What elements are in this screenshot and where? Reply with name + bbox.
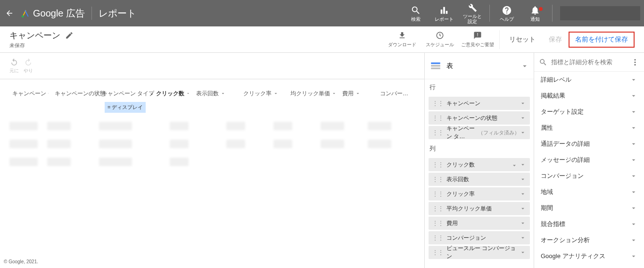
column-chip[interactable]: ⋮⋮表示回数 [429,173,530,186]
tools-button[interactable]: ツールと 設定 [458,2,487,24]
chevron-down-icon [630,252,637,260]
notification-badge [538,6,544,12]
dropdown-icon [273,91,279,96]
category-item[interactable]: 期間 [534,200,644,216]
svg-point-6 [635,61,636,63]
config-panel: 表 行 ⋮⋮キャンペーン⋮⋮キャンペーンの状態⋮⋮キャンペーン タ…（フィルタ済… [424,53,534,268]
category-item[interactable]: 掲載結果 [534,88,644,104]
column-filter-chip[interactable]: = ディスプレイ [105,102,146,113]
schedule-button[interactable]: スケジュール [421,31,459,48]
column-chip[interactable]: ⋮⋮費用 [429,217,530,230]
drag-grip-icon: ⋮⋮ [432,161,444,168]
svg-point-0 [22,15,24,17]
dropdown-icon [520,220,526,226]
category-item[interactable]: 属性 [534,120,644,136]
help-icon [502,5,512,16]
arrow-left-icon [5,9,14,17]
clock-icon [436,31,444,40]
category-item[interactable]: メッセージの詳細 [534,152,644,168]
brand-text: Google 広告 [33,7,85,20]
drag-grip-icon: ⋮⋮ [432,115,444,121]
separator [91,7,92,20]
drag-grip-icon: ⋮⋮ [432,191,444,197]
account-block[interactable] [560,6,640,20]
rows-section-label: 行 [425,79,534,95]
wrench-icon [467,2,478,13]
drag-grip-icon: ⋮⋮ [432,205,444,212]
row-chip[interactable]: ⋮⋮キャンペーンの状態 [429,111,530,125]
column-chip[interactable]: ⋮⋮クリック率 [429,187,530,201]
category-item[interactable]: Google アナリティクス [534,248,644,264]
dropdown-icon [520,100,526,107]
feedback-button[interactable]: ご意見やご要望 [459,31,496,48]
category-item[interactable]: 地域 [534,184,644,200]
search-icon [539,58,547,67]
sort-down-icon [511,161,518,168]
dropdown-icon [48,91,49,96]
column-header[interactable]: クリック数 [146,90,193,98]
page-title: キャンペーン [9,30,60,41]
reset-button[interactable]: リセット [503,35,542,44]
bar-chart-icon [439,5,449,16]
reports-nav-button[interactable]: レポート [430,5,458,22]
dropdown-icon [520,249,526,256]
column-chip[interactable]: ⋮⋮クリック数 [429,158,530,171]
save-as-button[interactable]: 名前を付けて保存 [569,32,635,48]
drag-grip-icon: ⋮⋮ [432,234,444,241]
column-header[interactable]: 費用 [339,90,377,98]
help-button[interactable]: ヘルプ [493,5,521,22]
undo-button[interactable]: 元に [9,58,19,74]
column-header[interactable]: キャンペーン [9,90,52,98]
sort-down-icon [149,90,155,97]
column-header[interactable]: 表示回数 [193,90,240,98]
visualization-selector[interactable]: 表 [425,53,534,79]
category-item[interactable]: ホテル [534,264,644,268]
column-header[interactable]: キャンペーン タイプ [99,90,146,98]
download-icon [398,31,406,40]
dropdown-icon [520,234,526,241]
dropdown-icon [331,91,337,96]
svg-rect-4 [431,67,440,69]
more-vert-icon[interactable] [631,58,639,67]
metrics-search-input[interactable] [551,59,631,66]
dropdown-icon [520,176,526,183]
chevron-down-icon [630,220,637,228]
column-chip[interactable]: ⋮⋮ビュースルー コンバージョン [429,246,530,259]
column-chip[interactable]: ⋮⋮平均クリック単価 [429,202,530,215]
chevron-down-icon [630,108,637,116]
category-item[interactable]: コンバージョン [534,168,644,184]
logo: Google 広告 [21,7,85,20]
save-button[interactable]: 保存 [542,35,569,44]
attributes-panel: 詳細レベル掲載結果ターゲット設定属性通話データの詳細メッセージの詳細コンバージョ… [534,53,644,268]
drag-grip-icon: ⋮⋮ [432,129,444,136]
svg-point-7 [635,64,636,65]
redo-button[interactable]: やり [24,58,33,74]
row-chip[interactable]: ⋮⋮キャンペーン タ…（フィルタ済み） [429,126,530,139]
column-header[interactable]: コンバー… [377,90,410,98]
svg-rect-3 [431,65,440,66]
svg-point-5 [635,59,636,60]
column-header[interactable]: 均クリック単価 [288,90,339,98]
category-item[interactable]: 通話データの詳細 [534,136,644,152]
category-item[interactable]: 詳細レベル [534,72,644,88]
column-header[interactable]: クリック率 [240,90,288,98]
column-header[interactable]: キャンペーンの状態 [52,90,99,98]
drag-grip-icon: ⋮⋮ [432,220,444,226]
category-item[interactable]: 競合指標 [534,216,644,232]
download-button[interactable]: ダウンロード [383,31,421,48]
search-icon [411,5,421,16]
dropdown-icon [520,205,526,212]
dropdown-icon [520,129,526,136]
search-button[interactable]: 検索 [402,5,430,22]
back-arrow-button[interactable] [4,8,15,19]
row-chip[interactable]: ⋮⋮キャンペーン [429,97,530,110]
chevron-down-icon [630,92,637,100]
chevron-down-icon [630,140,637,148]
category-item[interactable]: ターゲット設定 [534,104,644,120]
edit-icon[interactable] [65,31,74,40]
column-chip[interactable]: ⋮⋮コンバージョン [429,231,530,244]
category-item[interactable]: オークション分析 [534,232,644,248]
notifications-button[interactable]: 通知 [521,5,549,22]
section-label: レポート [99,7,136,20]
chevron-down-icon [630,76,637,84]
